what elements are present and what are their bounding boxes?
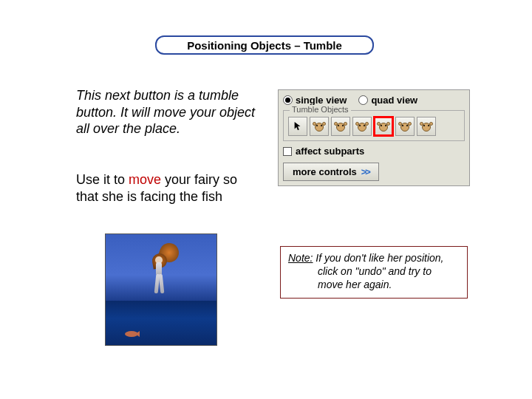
- sea-region: [106, 301, 216, 345]
- tumble-tool-4-button[interactable]: [374, 117, 393, 136]
- monkey-icon: [399, 120, 411, 132]
- more-controls-label: more controls: [293, 166, 357, 177]
- view-mode-radio-group: single view quad view: [283, 95, 465, 106]
- monkey-icon: [335, 120, 347, 132]
- tumble-tool-6-button[interactable]: [417, 117, 436, 136]
- note-box: Note: If you don't like her position, cl…: [280, 246, 468, 299]
- quad-view-label: quad view: [371, 95, 417, 106]
- tumble-tool-5-button[interactable]: [395, 117, 415, 136]
- affect-subparts-row: affect subparts: [283, 146, 465, 157]
- quad-view-radio[interactable]: [358, 95, 368, 105]
- chevron-right-icon: >>: [361, 166, 369, 177]
- single-view-radio[interactable]: [283, 95, 293, 105]
- pointer-icon: [293, 121, 303, 132]
- monkey-icon: [420, 120, 432, 132]
- paragraph-1: This next button is a tumble button. It …: [76, 87, 268, 137]
- p2-move-word: move: [129, 172, 161, 187]
- fairy-scene-image: [105, 233, 217, 346]
- fieldset-legend: Tumble Objects: [290, 105, 351, 114]
- tumble-tool-3-button[interactable]: [352, 117, 372, 136]
- note-label: Note:: [288, 252, 313, 264]
- affect-subparts-checkbox[interactable]: [283, 147, 292, 156]
- affect-subparts-label: affect subparts: [296, 146, 364, 157]
- note-body-text: If you don't like her position, click on…: [313, 252, 443, 290]
- more-controls-button[interactable]: more controls >>: [283, 163, 379, 181]
- tumble-tool-1-button[interactable]: [310, 117, 329, 136]
- tumble-tools-panel: single view quad view Tumble Objects: [278, 89, 470, 186]
- p2-pre: Use it to: [76, 172, 129, 187]
- pointer-tool-button[interactable]: [288, 117, 307, 136]
- fish-figure: [122, 330, 141, 338]
- paragraph-2: Use it to move your fairy so that she is…: [76, 171, 261, 205]
- tumble-objects-fieldset: Tumble Objects: [283, 110, 465, 141]
- slide-title: Positioning Objects – Tumble: [155, 35, 374, 55]
- monkey-icon: [313, 120, 325, 132]
- single-view-label: single view: [296, 95, 347, 106]
- tumble-tool-2-button[interactable]: [331, 117, 350, 136]
- tumble-toolbar: [288, 117, 460, 136]
- monkey-icon: [378, 120, 389, 132]
- fairy-figure: [146, 240, 179, 299]
- monkey-icon: [356, 120, 368, 132]
